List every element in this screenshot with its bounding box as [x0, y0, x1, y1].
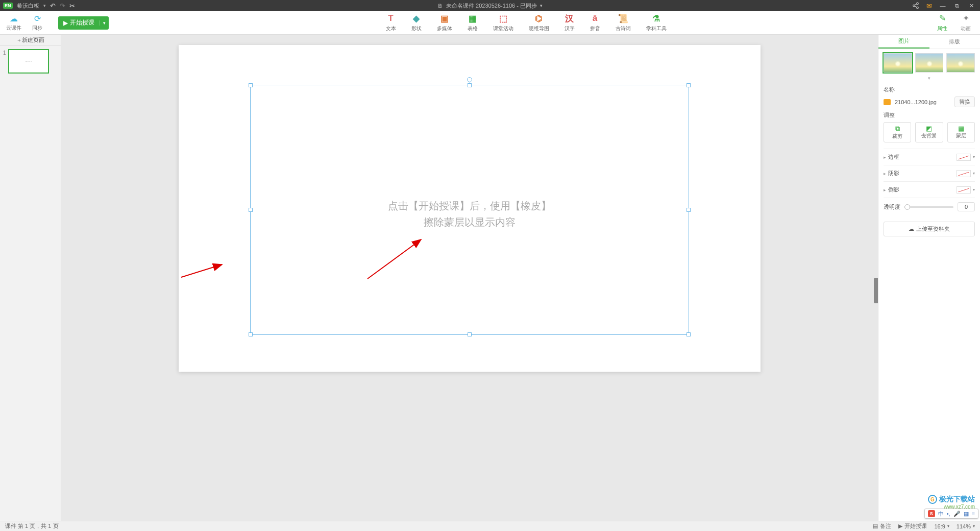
aspect-ratio[interactable]: 16:9▾ [934, 523, 949, 529]
side-collapse-handle[interactable] [874, 278, 878, 303]
tool-文本[interactable]: T文本 [386, 13, 396, 32]
slide-thumbnail[interactable]: （缩略图内容） [8, 49, 49, 74]
slider-thumb[interactable] [904, 204, 910, 210]
removebg-button[interactable]: ◩去背景 [915, 122, 943, 142]
tool-拼音[interactable]: ā拼音 [590, 13, 600, 32]
ime-bar[interactable]: S 中 •, 🎤 ▦ ≡ [924, 509, 978, 519]
cloud-label: 云课件 [6, 25, 21, 32]
svg-line-8 [368, 239, 421, 279]
tool-icon: ⬚ [499, 13, 507, 23]
tool-label: 拼音 [590, 25, 600, 32]
sogou-logo-icon: S [928, 510, 935, 517]
undo-icon[interactable]: ↶ [50, 2, 56, 10]
zoom-level[interactable]: 114%▾ [957, 523, 975, 529]
resize-handle-tr[interactable] [687, 83, 691, 87]
svg-line-3 [915, 4, 917, 5]
share-icon[interactable] [912, 2, 919, 9]
app-badge: EN [3, 3, 13, 9]
start-lecture-status[interactable]: ▶开始授课 [898, 522, 927, 530]
start-lecture-button[interactable]: ▶开始授课 ▾ [58, 16, 109, 30]
resize-handle-tl[interactable] [249, 83, 253, 87]
minimize-icon[interactable]: — [939, 3, 946, 9]
tool-学科工具[interactable]: ⚗学科工具 [646, 13, 667, 32]
start-label: 开始授课 [70, 18, 94, 27]
tool-古诗词[interactable]: 📜古诗词 [616, 13, 631, 32]
start-dropdown-icon[interactable]: ▾ [100, 20, 109, 26]
properties-button[interactable]: ✎ 属性 [937, 13, 947, 32]
annotation-arrow-1 [179, 259, 230, 280]
slide-panel: ＋ 新建页面 1 （缩略图内容） [0, 35, 61, 521]
ime-punct-icon[interactable]: •, [947, 511, 950, 517]
tool-思维导图[interactable]: ⌬思维导图 [529, 13, 549, 32]
tool-label: 学科工具 [646, 25, 667, 32]
mask-icon: ▦ [948, 125, 974, 132]
image-style-1[interactable] [884, 53, 912, 73]
ime-keyboard-icon[interactable]: ▦ [964, 511, 969, 517]
tool-label: 课堂活动 [493, 25, 513, 32]
sync-button[interactable]: ⟳ 同步 [32, 14, 43, 32]
upload-button[interactable]: ☁ 上传至资料夹 [884, 222, 975, 236]
notes-button[interactable]: ▤备注 [873, 522, 891, 530]
animation-label: 动画 [961, 25, 971, 32]
tool-label: 思维导图 [529, 25, 549, 32]
resize-handle-bl[interactable] [249, 332, 253, 336]
removebg-icon: ◩ [916, 125, 942, 132]
new-page-button[interactable]: ＋ 新建页面 [0, 35, 61, 46]
dropdown-icon[interactable]: ▾ [973, 171, 975, 176]
tool-label: 多媒体 [437, 25, 452, 32]
shadow-row[interactable]: ▸阴影 ▾ [884, 165, 975, 181]
ime-zh[interactable]: 中 [938, 510, 944, 518]
resize-handle-mt[interactable] [468, 83, 472, 87]
tool-课堂活动[interactable]: ⬚课堂活动 [493, 13, 513, 32]
dropdown-icon[interactable]: ▾ [973, 155, 975, 159]
play-icon: ▶ [63, 19, 68, 27]
section-adjust-title: 调整 [884, 111, 975, 119]
image-style-2[interactable] [915, 53, 944, 73]
animation-button[interactable]: ✦ 动画 [961, 13, 971, 32]
document-icon: 🗎 [437, 3, 443, 9]
chevron-right-icon: ▸ [884, 187, 886, 192]
redo-icon[interactable]: ↷ [60, 2, 65, 10]
slide[interactable]: 点击【开始授课】后，使用【橡皮】 擦除蒙层以显示内容 [179, 45, 761, 372]
image-style-3[interactable] [946, 53, 975, 73]
replace-button[interactable]: 替换 [954, 96, 975, 107]
reflection-row[interactable]: ▸倒影 ▾ [884, 181, 975, 198]
ime-mic-icon[interactable]: 🎤 [953, 511, 961, 517]
mask-button[interactable]: ▦蒙层 [947, 122, 975, 142]
tool-icon: ▦ [469, 13, 477, 23]
cloud-button[interactable]: ☁ 云课件 [6, 14, 21, 32]
resize-handle-br[interactable] [687, 332, 691, 336]
doc-dropdown-icon[interactable]: ▾ [540, 3, 543, 8]
watermark-logo-icon: G [928, 495, 937, 504]
border-row[interactable]: ▸边框 ▾ [884, 149, 975, 165]
tool-汉字[interactable]: 汉汉字 [565, 13, 575, 32]
opacity-slider[interactable] [904, 206, 953, 208]
tab-image[interactable]: 图片 [878, 35, 929, 49]
style-more[interactable]: ▾ [884, 76, 975, 81]
close-icon[interactable]: ✕ [968, 3, 975, 9]
tool-表格[interactable]: ▦表格 [468, 13, 478, 32]
ime-menu-icon[interactable]: ≡ [972, 511, 975, 517]
svg-point-0 [917, 3, 919, 4]
tab-layout[interactable]: 排版 [929, 35, 981, 49]
resize-handle-mb[interactable] [468, 332, 472, 336]
crop-button[interactable]: ⧉裁剪 [884, 122, 911, 142]
tool-icon: T [388, 13, 393, 23]
titlebar: EN 希沃白板 ▾ ↶ ↷ ✂ 🗎 未命名课件 20230526-1106 - … [0, 0, 980, 11]
mail-icon[interactable]: ✉ [926, 2, 932, 10]
cut-icon[interactable]: ✂ [69, 2, 75, 10]
opacity-value[interactable]: 0 [958, 202, 975, 211]
tool-多媒体[interactable]: ▣多媒体 [437, 13, 452, 32]
svg-point-2 [917, 7, 919, 8]
rotation-handle[interactable] [467, 77, 472, 82]
svg-line-4 [915, 6, 917, 7]
new-page-label: 新建页面 [22, 36, 44, 44]
maximize-icon[interactable]: ⧉ [953, 3, 961, 9]
image-filename: 21040...1200.jpg [895, 99, 950, 105]
dropdown-icon[interactable]: ▾ [973, 187, 975, 192]
selection-box[interactable]: 点击【开始授课】后，使用【橡皮】 擦除蒙层以显示内容 [250, 85, 689, 335]
canvas-area[interactable]: 点击【开始授课】后，使用【橡皮】 擦除蒙层以显示内容 [61, 35, 878, 521]
tool-label: 文本 [386, 25, 396, 32]
app-dropdown-icon[interactable]: ▾ [43, 3, 46, 8]
tool-形状[interactable]: ◆形状 [411, 13, 422, 32]
